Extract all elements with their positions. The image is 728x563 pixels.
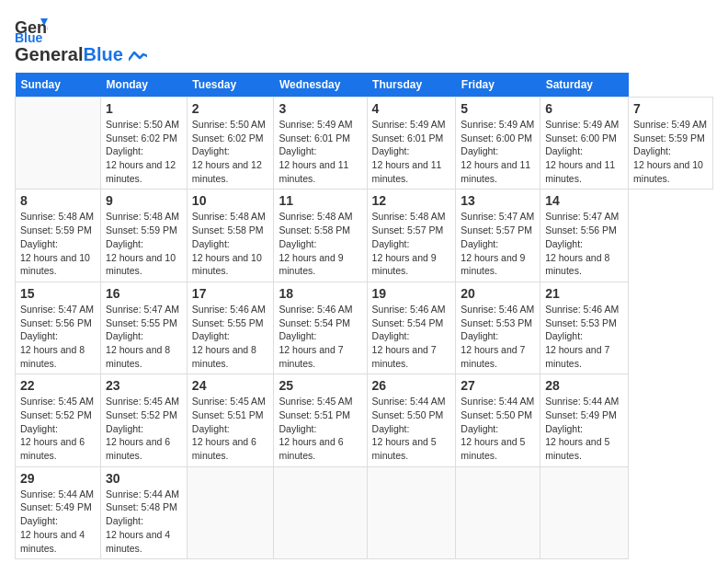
day-number: 28 xyxy=(545,378,623,393)
day-info: Sunrise: 5:49 AMSunset: 6:01 PMDaylight:… xyxy=(372,119,446,184)
day-cell: 19Sunrise: 5:46 AMSunset: 5:54 PMDayligh… xyxy=(367,282,456,373)
day-info: Sunrise: 5:48 AMSunset: 5:58 PMDaylight:… xyxy=(279,211,352,276)
day-number: 1 xyxy=(106,101,182,116)
day-cell: 26Sunrise: 5:44 AMSunset: 5:50 PMDayligh… xyxy=(367,374,456,466)
weekday-header-friday: Friday xyxy=(456,73,540,98)
day-info: Sunrise: 5:50 AMSunset: 6:02 PMDaylight:… xyxy=(192,119,266,184)
day-cell: 17Sunrise: 5:46 AMSunset: 5:55 PMDayligh… xyxy=(187,282,274,373)
day-number: 18 xyxy=(279,286,361,301)
day-number: 26 xyxy=(372,378,451,393)
day-cell: 20Sunrise: 5:46 AMSunset: 5:53 PMDayligh… xyxy=(456,282,540,373)
day-info: Sunrise: 5:49 AMSunset: 6:00 PMDaylight:… xyxy=(461,119,534,184)
day-number: 30 xyxy=(106,471,182,486)
day-number: 14 xyxy=(545,193,623,208)
page-header: General Blue GeneralBlue xyxy=(15,15,713,65)
calendar-week-row: 15Sunrise: 5:47 AMSunset: 5:56 PMDayligh… xyxy=(16,282,713,373)
day-number: 13 xyxy=(461,193,535,208)
day-info: Sunrise: 5:45 AMSunset: 5:52 PMDaylight:… xyxy=(106,396,179,461)
calendar-header-row: SundayMondayTuesdayWednesdayThursdayFrid… xyxy=(16,73,713,98)
day-cell: 25Sunrise: 5:45 AMSunset: 5:51 PMDayligh… xyxy=(274,374,367,466)
day-number: 29 xyxy=(20,471,96,486)
logo: General Blue GeneralBlue xyxy=(15,15,147,65)
day-number: 2 xyxy=(192,101,269,116)
weekday-header-thursday: Thursday xyxy=(367,73,456,98)
day-info: Sunrise: 5:45 AMSunset: 5:51 PMDaylight:… xyxy=(279,396,352,461)
day-number: 9 xyxy=(106,193,182,208)
day-cell: 29Sunrise: 5:44 AMSunset: 5:49 PMDayligh… xyxy=(16,466,101,558)
day-number: 8 xyxy=(20,193,96,208)
day-number: 27 xyxy=(461,378,535,393)
empty-cell xyxy=(274,466,367,558)
day-cell: 22Sunrise: 5:45 AMSunset: 5:52 PMDayligh… xyxy=(16,374,101,466)
weekday-header-monday: Monday xyxy=(101,73,188,98)
calendar-week-row: 1Sunrise: 5:50 AMSunset: 6:02 PMDaylight… xyxy=(16,98,713,190)
empty-cell xyxy=(456,466,540,558)
day-cell: 3Sunrise: 5:49 AMSunset: 6:01 PMDaylight… xyxy=(274,98,367,190)
day-info: Sunrise: 5:45 AMSunset: 5:52 PMDaylight:… xyxy=(20,396,94,461)
day-info: Sunrise: 5:48 AMSunset: 5:59 PMDaylight:… xyxy=(20,211,94,276)
day-cell: 5Sunrise: 5:49 AMSunset: 6:00 PMDaylight… xyxy=(456,98,540,190)
svg-text:Blue: Blue xyxy=(15,30,43,42)
day-number: 20 xyxy=(461,286,535,301)
day-info: Sunrise: 5:44 AMSunset: 5:48 PMDaylight:… xyxy=(106,488,179,554)
day-cell: 21Sunrise: 5:46 AMSunset: 5:53 PMDayligh… xyxy=(540,282,629,373)
weekday-header-wednesday: Wednesday xyxy=(274,73,367,98)
day-number: 24 xyxy=(192,378,269,393)
day-cell: 7Sunrise: 5:49 AMSunset: 5:59 PMDaylight… xyxy=(629,98,713,190)
calendar-week-row: 22Sunrise: 5:45 AMSunset: 5:52 PMDayligh… xyxy=(16,374,713,466)
day-number: 7 xyxy=(633,101,708,116)
day-info: Sunrise: 5:48 AMSunset: 5:57 PMDaylight:… xyxy=(372,211,446,276)
day-number: 11 xyxy=(279,193,361,208)
day-cell: 4Sunrise: 5:49 AMSunset: 6:01 PMDaylight… xyxy=(367,98,456,190)
day-info: Sunrise: 5:47 AMSunset: 5:57 PMDaylight:… xyxy=(461,211,534,276)
day-number: 25 xyxy=(279,378,361,393)
day-info: Sunrise: 5:44 AMSunset: 5:49 PMDaylight:… xyxy=(545,396,619,461)
day-cell: 24Sunrise: 5:45 AMSunset: 5:51 PMDayligh… xyxy=(187,374,274,466)
day-cell: 13Sunrise: 5:47 AMSunset: 5:57 PMDayligh… xyxy=(456,190,540,282)
day-number: 12 xyxy=(372,193,451,208)
weekday-header-sunday: Sunday xyxy=(16,73,101,98)
calendar-week-row: 8Sunrise: 5:48 AMSunset: 5:59 PMDaylight… xyxy=(16,190,713,282)
day-info: Sunrise: 5:49 AMSunset: 6:00 PMDaylight:… xyxy=(545,119,619,184)
day-number: 5 xyxy=(461,101,535,116)
day-cell: 14Sunrise: 5:47 AMSunset: 5:56 PMDayligh… xyxy=(540,190,629,282)
day-info: Sunrise: 5:48 AMSunset: 5:58 PMDaylight:… xyxy=(192,211,266,276)
day-cell: 18Sunrise: 5:46 AMSunset: 5:54 PMDayligh… xyxy=(274,282,367,373)
day-info: Sunrise: 5:45 AMSunset: 5:51 PMDaylight:… xyxy=(192,396,266,461)
day-info: Sunrise: 5:47 AMSunset: 5:55 PMDaylight:… xyxy=(106,304,179,369)
day-cell: 9Sunrise: 5:48 AMSunset: 5:59 PMDaylight… xyxy=(101,190,188,282)
day-info: Sunrise: 5:49 AMSunset: 5:59 PMDaylight:… xyxy=(633,119,707,184)
empty-cell xyxy=(540,466,629,558)
day-cell: 10Sunrise: 5:48 AMSunset: 5:58 PMDayligh… xyxy=(187,190,274,282)
day-cell: 8Sunrise: 5:48 AMSunset: 5:59 PMDaylight… xyxy=(16,190,101,282)
day-info: Sunrise: 5:44 AMSunset: 5:50 PMDaylight:… xyxy=(461,396,534,461)
calendar-table: SundayMondayTuesdayWednesdayThursdayFrid… xyxy=(15,73,713,559)
empty-cell xyxy=(367,466,456,558)
day-number: 17 xyxy=(192,286,269,301)
day-cell: 16Sunrise: 5:47 AMSunset: 5:55 PMDayligh… xyxy=(101,282,188,373)
day-cell: 27Sunrise: 5:44 AMSunset: 5:50 PMDayligh… xyxy=(456,374,540,466)
day-info: Sunrise: 5:47 AMSunset: 5:56 PMDaylight:… xyxy=(545,211,619,276)
weekday-header-tuesday: Tuesday xyxy=(187,73,274,98)
empty-cell xyxy=(16,98,101,190)
day-number: 10 xyxy=(192,193,269,208)
day-cell: 2Sunrise: 5:50 AMSunset: 6:02 PMDaylight… xyxy=(187,98,274,190)
day-number: 4 xyxy=(372,101,451,116)
day-cell: 11Sunrise: 5:48 AMSunset: 5:58 PMDayligh… xyxy=(274,190,367,282)
day-info: Sunrise: 5:47 AMSunset: 5:56 PMDaylight:… xyxy=(20,304,94,369)
day-cell: 15Sunrise: 5:47 AMSunset: 5:56 PMDayligh… xyxy=(16,282,101,373)
day-number: 19 xyxy=(372,286,451,301)
day-info: Sunrise: 5:44 AMSunset: 5:50 PMDaylight:… xyxy=(372,396,446,461)
day-cell: 6Sunrise: 5:49 AMSunset: 6:00 PMDaylight… xyxy=(540,98,629,190)
day-info: Sunrise: 5:48 AMSunset: 5:59 PMDaylight:… xyxy=(106,211,179,276)
logo-general: General xyxy=(15,44,83,64)
day-info: Sunrise: 5:50 AMSunset: 6:02 PMDaylight:… xyxy=(106,119,179,184)
day-info: Sunrise: 5:46 AMSunset: 5:53 PMDaylight:… xyxy=(461,304,534,369)
day-number: 22 xyxy=(20,378,96,393)
day-cell: 1Sunrise: 5:50 AMSunset: 6:02 PMDaylight… xyxy=(101,98,188,190)
day-number: 15 xyxy=(20,286,96,301)
logo-icon: General Blue xyxy=(15,15,48,42)
day-info: Sunrise: 5:44 AMSunset: 5:49 PMDaylight:… xyxy=(20,488,94,554)
day-number: 23 xyxy=(106,378,182,393)
day-info: Sunrise: 5:46 AMSunset: 5:55 PMDaylight:… xyxy=(192,304,266,369)
